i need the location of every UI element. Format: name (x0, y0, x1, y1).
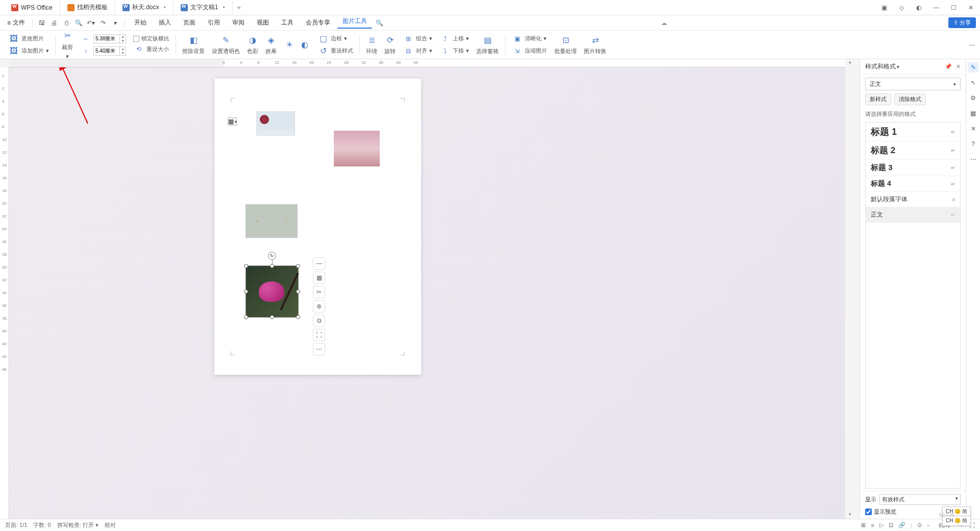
rotate-handle[interactable]: ↻ (268, 252, 276, 260)
vertical-scrollbar[interactable]: ▴ ▾ (846, 59, 854, 519)
transparency-button[interactable]: ✎设置透明色 (212, 34, 240, 55)
style-item-h3[interactable]: 标题 3↵ (866, 160, 960, 176)
clear-format-button[interactable]: 清除格式 (894, 93, 926, 105)
sb-settings-icon[interactable]: ⚙ (968, 93, 978, 103)
brightness-icon[interactable]: ☀ (284, 39, 295, 51)
menu-member[interactable]: 会员专享 (301, 18, 335, 27)
menu-view[interactable]: 视图 (252, 18, 274, 27)
current-style-select[interactable]: 正文 ▾ (865, 78, 961, 90)
menu-picture-tools[interactable]: 图片工具 (337, 17, 372, 29)
menu-insert[interactable]: 插入 (154, 18, 176, 27)
effects-button[interactable]: ◈效果 (265, 34, 277, 55)
color-button[interactable]: ◑色彩 (247, 34, 258, 55)
file-menu-button[interactable]: ≡ 文件 (4, 18, 28, 27)
selection-pane-button[interactable]: ▤选择窗格 (476, 34, 499, 55)
ft-fill-icon[interactable]: ▦ (313, 272, 325, 284)
minimize-icon[interactable]: — (931, 3, 941, 13)
move-down-button[interactable]: ⤵下移▾ (439, 45, 469, 57)
spin-down[interactable]: ▾ (120, 39, 126, 43)
sharpen-button[interactable]: ▣清晰化▾ (511, 33, 547, 44)
cloud-icon[interactable]: ☁ (661, 19, 667, 27)
ft-crop-icon[interactable]: ✂ (313, 286, 325, 298)
spin-up[interactable]: ▴ (120, 47, 126, 51)
remove-bg-button[interactable]: ◧抠除背景 (182, 34, 205, 55)
sb-help-icon[interactable]: ? (968, 139, 978, 149)
ft-more-icon[interactable]: ⋯ (313, 343, 325, 355)
scroll-up-icon[interactable]: ▴ (846, 59, 853, 66)
resize-handle-t[interactable] (270, 264, 274, 268)
resize-handle-tr[interactable] (296, 264, 300, 268)
search-icon[interactable]: 🔍 (374, 18, 384, 28)
new-style-button[interactable]: 新样式 (865, 93, 891, 105)
contrast-icon[interactable]: ◐ (299, 39, 310, 51)
ft-zoom-icon[interactable]: ⊕ (313, 300, 325, 312)
ft-collapse-icon[interactable]: — (313, 257, 325, 270)
resize-handle-bl[interactable] (244, 315, 248, 319)
tab-doc-2[interactable]: 文字文稿1 (174, 1, 233, 14)
picture-4-selected[interactable]: ↻ (246, 266, 299, 318)
move-up-button[interactable]: ⤴上移▾ (439, 33, 469, 44)
resize-handle-r[interactable] (296, 289, 300, 294)
print-icon[interactable]: ⎙ (61, 18, 71, 28)
picture-1[interactable] (256, 111, 295, 136)
redo-icon[interactable]: ↷ (98, 18, 108, 28)
picture-2[interactable] (334, 131, 380, 166)
style-item-default-font[interactable]: 默认段落字体a (866, 192, 960, 207)
compress-button[interactable]: ⇲压缩图片 (511, 45, 547, 57)
menu-review[interactable]: 审阅 (227, 18, 250, 27)
show-filter-select[interactable]: 有效样式▾ (879, 494, 961, 505)
ribbon-collapse-icon[interactable]: — (969, 41, 975, 49)
resize-handle-b[interactable] (270, 315, 274, 319)
rotate-button[interactable]: ⟳旋转 (384, 34, 396, 55)
ruler-vertical[interactable]: 2246810121416182022242628303234363840424… (0, 67, 9, 519)
tab-add-button[interactable]: ＋ (233, 3, 245, 12)
resize-handle-tl[interactable] (244, 264, 248, 268)
menu-tools[interactable]: 工具 (276, 18, 299, 27)
close-panel-icon[interactable]: ✕ (956, 63, 961, 70)
ft-expand-icon[interactable]: ⛶ (313, 329, 325, 341)
undo-icon[interactable]: ↶▾ (86, 18, 96, 28)
convert-button[interactable]: ⇄图片转换 (584, 34, 606, 55)
menu-page[interactable]: 页面 (178, 18, 201, 27)
change-picture-button[interactable]: 🖼更改图片 (8, 33, 49, 44)
save-icon[interactable]: 🖫 (37, 18, 47, 28)
preview-checkbox-input[interactable] (865, 509, 872, 515)
resize-handle-br[interactable] (296, 315, 300, 319)
add-picture-button[interactable]: 🖼添加图片▾ (8, 45, 49, 57)
sb-gallery-icon[interactable]: ▦ (968, 108, 978, 118)
style-list[interactable]: 标题 1↵ 标题 2↵ 标题 3↵ 标题 4↵ 默认段落字体a 正文↵ (865, 122, 961, 489)
pin-icon[interactable]: 📌 (945, 63, 952, 70)
batch-button[interactable]: ⊡批量处理 (554, 34, 577, 55)
picture-3[interactable] (246, 204, 298, 238)
align-button[interactable]: ⊟对齐▾ (403, 45, 432, 57)
reset-size-button[interactable]: ⟲重设大小 (133, 43, 169, 55)
close-icon[interactable]: ✕ (966, 3, 976, 13)
style-item-h4[interactable]: 标题 4↵ (866, 176, 960, 192)
sb-tools-icon[interactable]: ✕ (968, 124, 978, 134)
tab-doc-1[interactable]: 秋天.docx (115, 1, 174, 14)
lock-ratio-checkbox[interactable]: 锁定纵横比 (133, 35, 169, 42)
ft-copy-icon[interactable]: ⧉ (313, 315, 325, 327)
sb-select-icon[interactable]: ↖ (968, 78, 978, 88)
tab-app[interactable]: WPS Office (4, 1, 60, 14)
group-button[interactable]: ⊞组合▾ (403, 33, 432, 44)
scroll-down-icon[interactable]: ▾ (846, 512, 853, 519)
reset-style-button[interactable]: ↺重设样式 (317, 45, 353, 57)
resize-handle-l[interactable] (244, 289, 248, 294)
tab-template[interactable]: 找稻壳模板 (60, 1, 115, 14)
style-item-body[interactable]: 正文↵ (866, 207, 960, 223)
sb-more-icon[interactable]: ⋯ (968, 154, 978, 164)
wrap-button[interactable]: ≣环绕 (366, 34, 377, 55)
cube-icon[interactable]: ◇ (896, 3, 906, 13)
spin-up[interactable]: ▴ (120, 35, 126, 39)
menu-reference[interactable]: 引用 (203, 18, 225, 27)
sb-format-icon[interactable]: ✎ (968, 62, 978, 73)
share-button[interactable]: ⇧ 分享 (948, 17, 976, 28)
ruler-horizontal[interactable]: 448121620242832364044 (9, 59, 845, 67)
border-button[interactable]: ▢边框▾ (317, 33, 353, 44)
style-item-h2[interactable]: 标题 2↵ (866, 141, 960, 160)
export-icon[interactable]: 🖨 (49, 18, 59, 28)
qat-dropdown-icon[interactable]: ▾ (110, 18, 120, 28)
layout-options-button[interactable]: ▦ (228, 117, 237, 126)
width-input[interactable] (93, 34, 120, 43)
